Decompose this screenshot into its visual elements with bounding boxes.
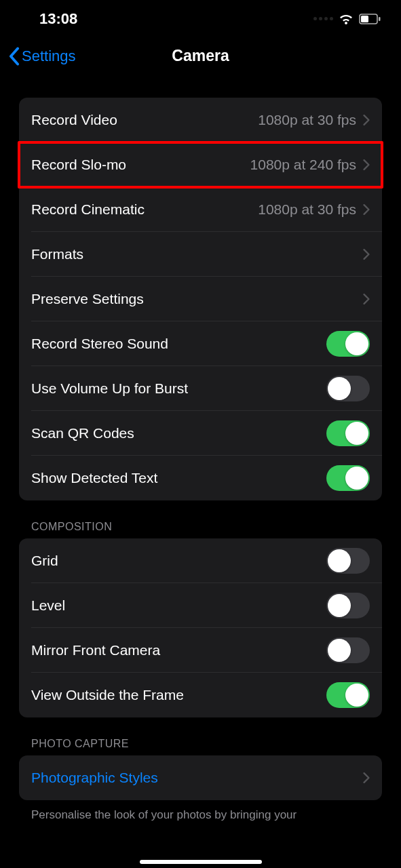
battery-icon — [359, 14, 381, 24]
row-formats[interactable]: Formats — [19, 232, 382, 277]
page-title: Camera — [172, 47, 229, 65]
chevron-right-icon — [363, 294, 370, 304]
row-label: Record Slo-mo — [31, 157, 126, 173]
chevron-left-icon — [8, 47, 20, 66]
toggle-view-outside[interactable] — [326, 682, 370, 708]
chevron-right-icon — [363, 159, 370, 170]
status-right — [313, 13, 381, 25]
chevron-right-icon — [363, 115, 370, 125]
row-value: 1080p at 30 fps — [258, 112, 356, 128]
row-label: Level — [31, 597, 65, 614]
row-value: 1080p at 30 fps — [258, 201, 356, 218]
row-label: Scan QR Codes — [31, 425, 134, 441]
status-time: 13:08 — [39, 10, 77, 28]
row-label: Record Video — [31, 112, 117, 128]
row-label: Formats — [31, 246, 83, 262]
row-record-slomo[interactable]: Record Slo-mo 1080p at 240 fps — [19, 142, 382, 187]
back-button[interactable]: Settings — [8, 47, 76, 66]
content: Record Video 1080p at 30 fps Record Slo-… — [0, 98, 401, 822]
home-indicator[interactable] — [140, 860, 262, 864]
toggle-scan-qr[interactable] — [326, 420, 370, 446]
row-label: Grid — [31, 553, 58, 569]
row-label: View Outside the Frame — [31, 687, 184, 703]
wifi-icon — [339, 13, 354, 25]
back-label: Settings — [22, 47, 76, 65]
row-label: Preserve Settings — [31, 291, 144, 307]
chevron-right-icon — [363, 249, 370, 260]
row-grid[interactable]: Grid — [19, 538, 382, 583]
footer-text: Personalise the look of your photos by b… — [31, 808, 370, 822]
row-label: Show Detected Text — [31, 470, 157, 486]
row-scan-qr[interactable]: Scan QR Codes — [19, 411, 382, 456]
settings-group-1: Record Video 1080p at 30 fps Record Slo-… — [19, 98, 382, 500]
row-volume-burst[interactable]: Use Volume Up for Burst — [19, 366, 382, 411]
row-detected-text[interactable]: Show Detected Text — [19, 456, 382, 500]
status-bar: 13:08 — [0, 0, 401, 37]
row-record-cinematic[interactable]: Record Cinematic 1080p at 30 fps — [19, 187, 382, 232]
chevron-right-icon — [363, 204, 370, 215]
row-view-outside[interactable]: View Outside the Frame — [19, 673, 382, 717]
toggle-mirror-front[interactable] — [326, 637, 370, 663]
row-level[interactable]: Level — [19, 583, 382, 628]
cellular-dots-icon — [313, 17, 333, 20]
nav-bar: Settings Camera — [0, 37, 401, 75]
row-record-stereo[interactable]: Record Stereo Sound — [19, 321, 382, 366]
row-record-video[interactable]: Record Video 1080p at 30 fps — [19, 98, 382, 142]
settings-group-2: Grid Level Mirror Front Camera View Outs… — [19, 538, 382, 717]
toggle-grid[interactable] — [326, 548, 370, 574]
row-preserve-settings[interactable]: Preserve Settings — [19, 277, 382, 321]
row-label: Photographic Styles — [31, 770, 158, 786]
row-label: Record Stereo Sound — [31, 336, 168, 352]
settings-group-3: Photographic Styles — [19, 755, 382, 800]
svg-rect-2 — [379, 17, 381, 21]
section-header-photo-capture: PHOTO CAPTURE — [31, 738, 382, 750]
section-header-composition: COMPOSITION — [31, 521, 382, 533]
row-photographic-styles[interactable]: Photographic Styles — [19, 755, 382, 800]
toggle-level[interactable] — [326, 593, 370, 618]
toggle-record-stereo[interactable] — [326, 331, 370, 357]
toggle-detected-text[interactable] — [326, 465, 370, 491]
row-label: Record Cinematic — [31, 201, 145, 218]
toggle-volume-burst[interactable] — [326, 376, 370, 401]
svg-rect-1 — [361, 16, 368, 22]
row-mirror-front[interactable]: Mirror Front Camera — [19, 628, 382, 673]
row-label: Use Volume Up for Burst — [31, 380, 188, 397]
row-value: 1080p at 240 fps — [250, 157, 356, 173]
row-label: Mirror Front Camera — [31, 642, 160, 658]
chevron-right-icon — [363, 772, 370, 783]
